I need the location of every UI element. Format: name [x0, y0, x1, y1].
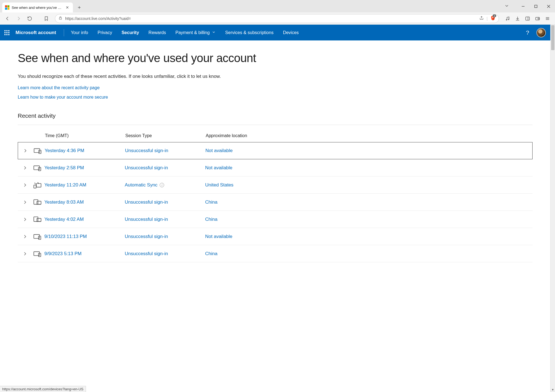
scroll-thumb[interactable] — [551, 25, 554, 50]
header-time: Time (GMT) — [45, 133, 125, 138]
sidebar-button[interactable] — [523, 14, 532, 23]
url-text: https://account.live.com/Activity?uaid= — [65, 16, 477, 21]
chevron-right-icon — [19, 251, 30, 256]
nav-item-security[interactable]: Security — [121, 30, 139, 35]
device-icon — [31, 147, 45, 154]
chevron-right-icon — [19, 217, 30, 222]
chevron-right-icon — [19, 165, 30, 170]
lock-icon — [58, 16, 62, 21]
info-icon[interactable]: i — [160, 183, 164, 187]
row-time: Yesterday 4:02 AM — [44, 217, 125, 222]
browser-titlebar: See when and where you've used ✕ ＋ — [0, 0, 555, 12]
nav-item-services-subscriptions[interactable]: Services & subscriptions — [225, 30, 273, 35]
section-title: Recent activity — [18, 112, 533, 125]
row-time: Yesterday 8:03 AM — [44, 199, 125, 205]
brave-badge: 2 — [493, 14, 496, 17]
svg-rect-8 — [526, 17, 529, 20]
activity-row[interactable]: 9/9/2023 5:13 PMUnsuccessful sign-inChin… — [18, 245, 533, 262]
row-location: Not available — [205, 234, 533, 239]
status-link-text: https://account.microsoft.com/devices?la… — [2, 387, 83, 391]
window-close-button[interactable] — [542, 0, 555, 12]
row-location: Not available — [205, 148, 532, 153]
row-location: China — [205, 217, 533, 222]
svg-rect-21 — [34, 199, 38, 204]
svg-rect-19 — [36, 183, 41, 187]
app-launcher-icon[interactable] — [4, 30, 9, 35]
scroll-down-arrow[interactable]: ▼ — [551, 387, 555, 392]
device-icon — [30, 216, 44, 223]
svg-rect-24 — [34, 217, 38, 221]
row-location: China — [205, 251, 533, 257]
svg-rect-25 — [37, 218, 41, 221]
row-location: Not available — [205, 165, 533, 171]
url-bar[interactable]: https://account.live.com/Activity?uaid= … — [55, 14, 499, 23]
reload-button[interactable] — [25, 14, 34, 23]
svg-point-5 — [506, 19, 507, 20]
activity-table-header: Time (GMT) Session Type Approximate loca… — [18, 131, 533, 142]
device-icon — [30, 250, 44, 257]
row-time: Yesterday 11:20 AM — [44, 182, 125, 188]
page-content: Microsoft account Your infoPrivacySecuri… — [0, 25, 550, 392]
help-icon[interactable]: ? — [526, 29, 529, 36]
row-session-type: Unsuccessful sign-in — [125, 251, 205, 257]
activity-row[interactable]: Yesterday 11:20 AMAutomatic Sync iUnited… — [18, 176, 533, 194]
back-button[interactable] — [3, 14, 12, 23]
nav-item-rewards[interactable]: Rewards — [149, 30, 166, 35]
browser-toolbar: https://account.live.com/Activity?uaid= … — [0, 12, 555, 25]
tab-list-dropdown[interactable] — [504, 3, 509, 9]
activity-row[interactable]: Yesterday 4:02 AMUnsuccessful sign-inChi… — [18, 211, 533, 228]
window-maximize-button[interactable] — [529, 0, 542, 12]
chevron-right-icon — [20, 148, 31, 153]
share-icon[interactable] — [479, 16, 484, 21]
row-session-type: Unsuccessful sign-in — [125, 199, 205, 205]
new-tab-button[interactable]: ＋ — [75, 3, 83, 11]
media-button[interactable] — [503, 14, 512, 23]
row-session-type: Unsuccessful sign-in — [125, 217, 205, 222]
activity-row[interactable]: Yesterday 8:03 AMUnsuccessful sign-inChi… — [18, 194, 533, 211]
browser-statusbar: https://account.microsoft.com/devices?la… — [0, 386, 86, 392]
window-minimize-button[interactable] — [517, 0, 529, 12]
vertical-scrollbar[interactable]: ▲ ▼ — [550, 25, 555, 392]
activity-row[interactable]: Yesterday 2:58 PMUnsuccessful sign-inNot… — [18, 159, 533, 176]
brave-shield-icon[interactable]: 2 — [490, 15, 495, 22]
chevron-right-icon — [19, 234, 30, 239]
nav-item-devices[interactable]: Devices — [283, 30, 299, 35]
svg-rect-11 — [538, 18, 539, 19]
svg-rect-1 — [535, 5, 537, 7]
activity-row[interactable]: Yesterday 4:36 PMUnsuccessful sign-inNot… — [18, 142, 533, 159]
device-icon — [30, 182, 44, 188]
page-title: See when and where you've used your acco… — [18, 52, 533, 65]
favicon-microsoft — [5, 5, 9, 10]
svg-rect-22 — [37, 201, 41, 204]
row-location: United States — [205, 182, 533, 188]
svg-rect-4 — [59, 18, 62, 19]
chevron-right-icon — [19, 200, 30, 205]
intro-text: You should recognize each of these recen… — [18, 74, 533, 79]
tab-title: See when and where you've used — [12, 6, 62, 10]
wallet-button[interactable] — [533, 14, 542, 23]
row-session-type: Unsuccessful sign-in — [125, 148, 205, 153]
activity-row[interactable]: 9/10/2023 11:13 PMUnsuccessful sign-inNo… — [18, 228, 533, 245]
browser-tab[interactable]: See when and where you've used ✕ — [2, 2, 73, 12]
downloads-button[interactable] — [513, 14, 522, 23]
device-icon — [30, 199, 44, 206]
device-icon — [30, 233, 44, 240]
header-location: Approximate location — [206, 133, 533, 138]
bookmark-button[interactable] — [42, 14, 51, 23]
forward-button[interactable] — [14, 14, 23, 23]
link-learn-activity[interactable]: Learn more about the recent activity pag… — [18, 85, 533, 90]
ms-account-nav: Microsoft account Your infoPrivacySecuri… — [0, 25, 550, 40]
nav-item-payment-billing[interactable]: Payment & billing — [175, 30, 216, 35]
link-secure-account[interactable]: Learn how to make your account more secu… — [18, 95, 533, 100]
tab-close-button[interactable]: ✕ — [65, 5, 70, 10]
header-type: Session Type — [125, 133, 206, 138]
row-session-type: Unsuccessful sign-in — [125, 234, 205, 239]
user-avatar[interactable] — [536, 28, 546, 37]
menu-button[interactable] — [543, 14, 552, 23]
nav-item-your-info[interactable]: Your info — [71, 30, 88, 35]
row-session-type: Automatic Sync i — [125, 182, 205, 188]
brand-title[interactable]: Microsoft account — [16, 30, 56, 35]
row-time: Yesterday 4:36 PM — [45, 148, 125, 153]
svg-rect-20 — [34, 185, 36, 188]
nav-item-privacy[interactable]: Privacy — [98, 30, 112, 35]
